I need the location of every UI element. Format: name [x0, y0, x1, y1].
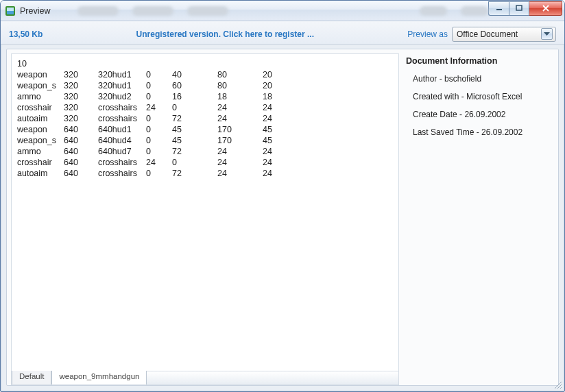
table-row: autoaim320crosshairs0722424: [17, 113, 393, 124]
table-row: weapon640640hud104517045: [17, 124, 393, 135]
docinfo-last-saved: Last Saved Time - 26.09.2002: [413, 127, 551, 137]
sheet-tab[interactable]: weapon_9mmhandgun: [51, 371, 147, 384]
sheet-tabs: Defaultweapon_9mmhandgun: [11, 371, 399, 385]
app-icon: [5, 5, 16, 16]
docinfo-author: Author - bschofield: [413, 74, 551, 84]
docinfo-heading: Document Information: [406, 56, 551, 66]
table-row: autoaim640crosshairs0722424: [17, 168, 393, 179]
table-row: weapon_s320320hud10608020: [17, 80, 393, 91]
document-information-panel: Document Information Author - bschofield…: [399, 49, 558, 385]
minimize-button[interactable]: [488, 1, 509, 16]
preview-window: Preview 13,50 Kb Unregistered version. C…: [0, 0, 565, 392]
sheet-area: 10 weapon320320hud10408020weapon_s320320…: [7, 49, 399, 385]
register-link[interactable]: Unregistered version. Click here to regi…: [136, 29, 314, 39]
table-row: ammo640640hud70722424: [17, 146, 393, 157]
table-row: weapon_s640640hud404517045: [17, 135, 393, 146]
table-row: crosshair640crosshairs2402424: [17, 157, 393, 168]
titlebar[interactable]: Preview: [1, 1, 564, 21]
window-title: Preview: [20, 6, 50, 16]
docinfo-created-with: Created with - Microsoft Excel: [413, 92, 551, 101]
chevron-down-icon: [541, 28, 553, 40]
preview-as-dropdown[interactable]: Office Document: [452, 27, 556, 42]
maximize-button[interactable]: [509, 1, 529, 16]
preview-as-label: Preview as: [407, 29, 448, 39]
toolbar: 13,50 Kb Unregistered version. Click her…: [1, 21, 564, 45]
sheet-body[interactable]: 10 weapon320320hud10408020weapon_s320320…: [11, 53, 399, 371]
preview-as-value: Office Document: [457, 29, 518, 39]
table-row: crosshair320crosshairs2402424: [17, 102, 393, 113]
resize-grip-icon[interactable]: [553, 380, 562, 389]
close-button[interactable]: [529, 1, 562, 16]
svg-rect-2: [7, 11, 14, 14]
sheet-header-count: 10: [17, 58, 393, 69]
tabs-filler: [147, 371, 398, 384]
sheet-tab[interactable]: Default: [12, 371, 51, 384]
table-row: weapon320320hud10408020: [17, 69, 393, 80]
svg-rect-4: [516, 5, 522, 10]
table-row: ammo320320hud20161818: [17, 91, 393, 102]
preview-as-group: Preview as Office Document: [407, 27, 556, 42]
content-pane: 10 weapon320320hud10408020weapon_s320320…: [6, 49, 559, 386]
file-size: 13,50 Kb: [9, 29, 43, 39]
window-controls: [488, 1, 562, 16]
blurred-background-tabs: [50, 6, 488, 16]
svg-rect-3: [496, 9, 502, 10]
docinfo-create-date: Create Date - 26.09.2002: [413, 110, 551, 119]
